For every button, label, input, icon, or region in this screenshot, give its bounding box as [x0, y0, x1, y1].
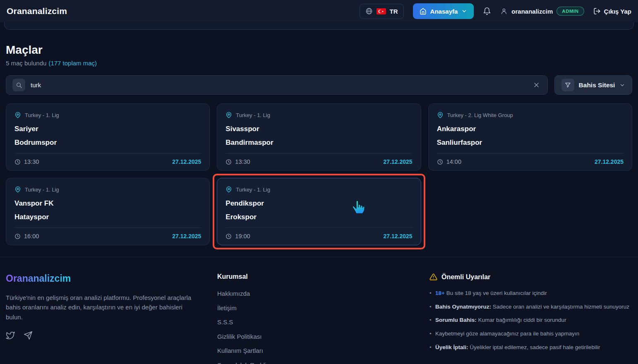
match-card-sivasspor-bandirmaspor[interactable]: Turkey - 1. Lig Sivasspor Bandirmaspor 1… — [217, 103, 421, 171]
footer-description: Türkiye'nin en gelişmiş oran analizi pla… — [6, 293, 197, 322]
search-input[interactable]: turk — [6, 75, 548, 95]
league-name: Turkey - 2. Lig White Group — [447, 112, 513, 118]
footer-link-kullanim[interactable]: Kullanım Şartları — [217, 347, 263, 354]
clock-icon — [437, 159, 443, 165]
top-navbar: Orananalizcim TR — [0, 0, 638, 22]
warning-triangle-icon — [429, 273, 437, 281]
search-icon — [12, 79, 25, 91]
twitter-icon[interactable] — [6, 331, 15, 340]
map-pin-icon — [14, 186, 21, 193]
away-team: Erokspor — [225, 213, 412, 221]
warning-item: Üyelik İptali: Üyelikler iptal edilemez,… — [429, 344, 632, 351]
turkish-flag-icon — [377, 8, 386, 14]
result-count-text: 5 maç bulundu — [6, 60, 46, 67]
warning-item: Bahis Oynatmıyoruz: Sadece oran analizi … — [429, 303, 632, 311]
betting-site-filter-dropdown[interactable]: Bahis Sitesi — [554, 75, 632, 95]
logout-icon — [593, 7, 601, 15]
chevron-down-icon — [619, 82, 625, 88]
corporate-heading: Kurumsal — [217, 273, 429, 280]
social-links — [6, 331, 217, 340]
league-name: Turkey - 1. Lig — [236, 187, 270, 193]
logout-button[interactable]: Çıkış Yap — [593, 7, 631, 15]
username: orananalizcim — [511, 8, 553, 15]
search-value: turk — [31, 81, 532, 89]
footer-corporate-column: Kurumsal Hakkımızda İletişim S.S.S Gizli… — [217, 273, 429, 364]
clock-icon — [14, 233, 21, 239]
logout-label: Çıkış Yap — [604, 8, 631, 15]
warning-item: Sorumlu Bahis: Kumar bağımlılığı ciddi b… — [429, 316, 632, 324]
match-card-pendikspor-erokspor-selected[interactable]: Turkey - 1. Lig Pendikspor Erokspor 19:0… — [217, 178, 421, 245]
league-name: Turkey - 1. Lig — [236, 112, 270, 118]
map-pin-icon — [437, 112, 444, 118]
map-pin-icon — [225, 112, 232, 118]
footer-brand: Orananalizcim — [6, 273, 71, 284]
home-team: Sivasspor — [225, 125, 412, 133]
notifications-bell-button[interactable] — [483, 7, 491, 15]
user-icon — [500, 7, 508, 15]
map-pin-icon — [14, 112, 21, 118]
match-date: 27.12.2025 — [384, 233, 413, 239]
match-date: 27.12.2025 — [384, 158, 413, 165]
match-card-ankaraspor-sanliurfaspor[interactable]: Turkey - 2. Lig White Group Ankaraspor S… — [428, 103, 632, 171]
telegram-icon[interactable] — [24, 331, 33, 340]
warnings-heading: Önemli Uyarılar — [441, 273, 490, 281]
match-time: 13:30 — [24, 158, 39, 165]
match-date: 27.12.2025 — [172, 233, 201, 239]
clock-icon — [225, 159, 232, 165]
navbar-actions: TR Anasayfa orananalizc — [360, 3, 631, 19]
map-pin-icon — [225, 186, 232, 193]
language-selector[interactable]: TR — [360, 4, 404, 19]
home-button-label: Anasayfa — [430, 8, 458, 15]
clock-icon — [225, 233, 232, 239]
home-team: Sariyer — [14, 125, 201, 133]
clock-icon — [14, 159, 21, 165]
corporate-links: Hakkımızda İletişim S.S.S Gizlilik Polit… — [217, 290, 429, 364]
home-button[interactable]: Anasayfa — [413, 3, 474, 19]
footer-brand-column: Orananalizcim Türkiye'nin en gelişmiş or… — [6, 273, 217, 364]
user-menu[interactable]: orananalizcim ADMIN — [500, 7, 584, 16]
home-icon — [420, 8, 427, 15]
language-code: TR — [390, 8, 398, 15]
warning-item: Kaybetmeyi göze alamayacağınız para ile … — [429, 330, 632, 338]
footer-link-hakkimizda[interactable]: Hakkımızda — [217, 290, 250, 297]
away-team: Hatayspor — [14, 213, 201, 221]
match-cards-grid: Turkey - 1. Lig Sariyer Bodrumspor 13:30… — [6, 103, 632, 245]
match-time: 13:30 — [235, 158, 250, 165]
match-time: 16:00 — [24, 233, 39, 239]
match-date: 27.12.2025 — [172, 158, 201, 165]
result-count: 5 maç bulundu(177 toplam maç) — [6, 60, 632, 67]
match-card-sariyer-bodrumspor[interactable]: Turkey - 1. Lig Sariyer Bodrumspor 13:30… — [6, 103, 210, 171]
globe-icon — [365, 7, 373, 15]
away-team: Sanliurfaspor — [437, 139, 624, 147]
footer-link-gizlilik[interactable]: Gizlilik Politikası — [217, 333, 262, 340]
app-logo[interactable]: Orananalizcim — [7, 6, 67, 16]
footer-warnings-column: Önemli Uyarılar 18+ Bu site 18 yaş ve üz… — [429, 273, 632, 364]
footer-link-sorumluluk[interactable]: Sorumluluk Reddi — [217, 362, 266, 364]
warnings-list: 18+ Bu site 18 yaş ve üzeri kullanıcılar… — [429, 290, 632, 351]
match-card-vanspor-hatayspor[interactable]: Turkey - 1. Lig Vanspor FK Hatayspor 16:… — [6, 178, 210, 245]
filter-label: Bahis Sitesi — [579, 81, 615, 89]
chevron-down-icon — [461, 8, 467, 14]
home-team: Vanspor FK — [14, 199, 201, 208]
home-team: Ankaraspor — [437, 125, 624, 133]
footer-link-sss[interactable]: S.S.S — [217, 318, 233, 326]
total-count-text: (177 toplam maç) — [48, 60, 97, 67]
league-name: Turkey - 1. Lig — [25, 187, 59, 193]
match-time: 19:00 — [235, 233, 250, 239]
scrolled-panel-edge — [4, 22, 634, 30]
page-footer: Orananalizcim Türkiye'nin en gelişmiş or… — [0, 257, 638, 364]
main-content: Maçlar 5 maç bulundu(177 toplam maç) tur… — [0, 22, 638, 245]
league-name: Turkey - 1. Lig — [25, 112, 59, 118]
away-team: Bandirmaspor — [225, 139, 412, 147]
page-title: Maçlar — [6, 43, 632, 57]
home-team: Pendikspor — [225, 199, 412, 208]
footer-link-iletisim[interactable]: İletişim — [217, 304, 237, 311]
search-row: turk Bahis Sitesi — [6, 75, 632, 95]
filter-funnel-icon — [561, 79, 574, 91]
bell-icon — [483, 7, 491, 15]
clear-search-button[interactable] — [532, 80, 541, 90]
page-header: Maçlar 5 maç bulundu(177 toplam maç) — [6, 43, 632, 67]
match-date: 27.12.2025 — [595, 158, 624, 165]
away-team: Bodrumspor — [14, 139, 201, 147]
close-icon — [533, 82, 540, 88]
